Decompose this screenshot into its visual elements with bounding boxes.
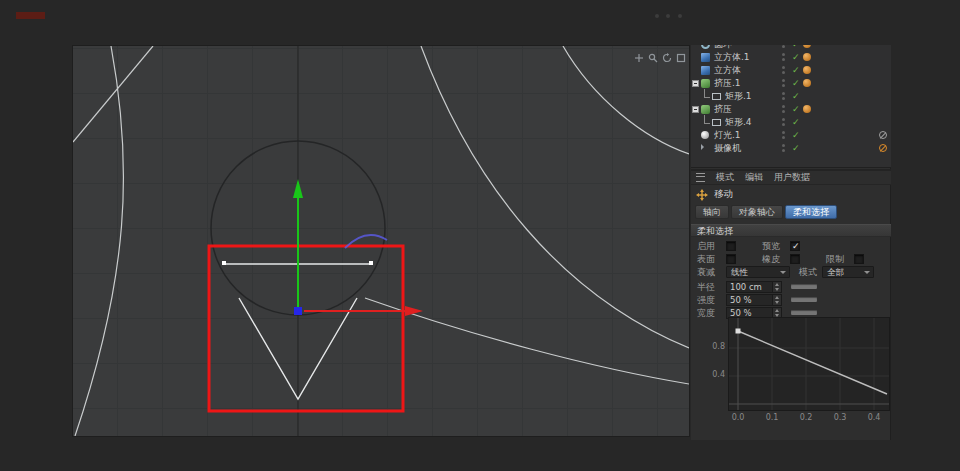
mode-dropdown[interactable]: 全部 xyxy=(822,266,874,278)
visibility-dots[interactable] xyxy=(782,118,785,128)
viewport-canvas xyxy=(73,46,689,436)
falloff-curve[interactable] xyxy=(738,331,887,394)
screen-artifact-bar xyxy=(16,12,45,19)
rotate-icon[interactable] xyxy=(662,48,672,58)
spinner-icon[interactable] xyxy=(772,295,781,305)
extrude-icon xyxy=(701,79,710,88)
check-icon: ✓ xyxy=(792,240,800,252)
viewport-3d[interactable] xyxy=(72,45,690,437)
spline-point[interactable] xyxy=(369,261,373,265)
radius-field[interactable]: 100 cm xyxy=(726,281,782,293)
enable-check-icon[interactable]: ✓ xyxy=(792,90,800,103)
falloff-dropdown[interactable]: 线性 xyxy=(726,266,790,278)
visibility-dots[interactable] xyxy=(782,131,785,141)
tab-soft-selection[interactable]: 柔和选择 xyxy=(785,205,837,219)
y-tick-label: 0.8 xyxy=(709,342,725,351)
object-label[interactable]: 立方体.1 xyxy=(714,51,750,64)
visibility-dots[interactable] xyxy=(782,66,785,76)
object-label[interactable]: 矩形.1 xyxy=(725,90,752,103)
preview-checkbox[interactable]: ✓ xyxy=(790,241,800,251)
param-row: 强度 50 % xyxy=(691,294,891,306)
object-label[interactable]: 立方体 xyxy=(714,64,741,77)
no-render-tag-icon[interactable] xyxy=(879,144,887,152)
rubber-checkbox[interactable] xyxy=(790,254,800,264)
right-panel: 圆环 ✓ 立方体.1 ✓ 立方体 ✓ xyxy=(691,45,891,440)
x-tick-label: 0.3 xyxy=(831,413,849,422)
enable-label: 启用 xyxy=(697,240,715,252)
section-header[interactable]: 柔和选择 xyxy=(691,224,891,237)
enable-check-icon[interactable]: ✓ xyxy=(792,142,800,155)
gizmo-center-point[interactable] xyxy=(294,307,302,315)
object-label[interactable]: 矩形.4 xyxy=(725,116,752,129)
object-row[interactable]: 立方体 ✓ xyxy=(691,64,891,77)
object-manager: 圆环 ✓ 立方体.1 ✓ 立方体 ✓ xyxy=(691,45,891,168)
strip-dot-icon xyxy=(655,14,659,18)
collapse-toggle[interactable] xyxy=(692,80,699,87)
object-label[interactable]: 灯光.1 xyxy=(714,129,741,142)
viewport-controls xyxy=(634,48,686,58)
visibility-dots[interactable] xyxy=(782,53,785,63)
menu-item-mode[interactable]: 模式 xyxy=(716,171,734,184)
object-row[interactable]: 矩形.1 ✓ xyxy=(691,90,891,103)
enable-check-icon[interactable]: ✓ xyxy=(792,116,800,129)
visibility-dots[interactable] xyxy=(782,144,785,154)
tree-elbow xyxy=(704,115,710,124)
curve-point[interactable] xyxy=(736,329,741,334)
param-row: 半径 100 cm xyxy=(691,281,891,293)
tab-object-axis[interactable]: 对象轴心 xyxy=(731,205,783,219)
strength-field[interactable]: 50 % xyxy=(726,294,782,306)
phong-tag-icon[interactable] xyxy=(803,79,811,87)
strip-dot-icon xyxy=(678,14,682,18)
preview-label: 预览 xyxy=(762,240,780,252)
rectangle-spline-icon xyxy=(712,119,721,126)
object-row[interactable]: 灯光.1 ✓ xyxy=(691,129,891,142)
phong-tag-icon[interactable] xyxy=(803,53,811,61)
param-row: 表面 橡皮 限制 xyxy=(691,253,891,265)
object-row[interactable]: 立方体.1 ✓ xyxy=(691,51,891,64)
spinner-icon[interactable] xyxy=(772,282,781,292)
extrude-icon xyxy=(701,105,710,114)
strength-slider[interactable] xyxy=(791,297,817,302)
enable-check-icon[interactable]: ✓ xyxy=(792,51,800,64)
visibility-dots[interactable] xyxy=(782,79,785,89)
menu-item-userdata[interactable]: 用户数据 xyxy=(774,171,810,184)
object-label[interactable]: 挤压.1 xyxy=(714,77,741,90)
maximize-icon[interactable] xyxy=(676,48,686,58)
object-row[interactable]: 摄像机 ✓ xyxy=(691,142,891,155)
object-row[interactable]: 挤压.1 ✓ xyxy=(691,77,891,90)
hamburger-icon[interactable] xyxy=(696,173,705,182)
enable-check-icon[interactable]: ✓ xyxy=(792,129,800,142)
current-tool-row: 移动 xyxy=(691,187,891,202)
enable-check-icon[interactable]: ✓ xyxy=(792,103,800,116)
object-row[interactable]: 挤压 ✓ xyxy=(691,103,891,116)
width-slider[interactable] xyxy=(791,310,817,315)
radius-slider[interactable] xyxy=(791,284,817,289)
menu-item-edit[interactable]: 编辑 xyxy=(745,171,763,184)
pan-icon[interactable] xyxy=(634,48,644,58)
tab-axis[interactable]: 轴向 xyxy=(695,205,729,219)
zoom-icon[interactable] xyxy=(648,48,658,58)
spline-point[interactable] xyxy=(222,261,226,265)
visibility-dots[interactable] xyxy=(782,92,785,102)
object-row[interactable]: 矩形.4 ✓ xyxy=(691,116,891,129)
falloff-curve-graph[interactable] xyxy=(728,317,890,411)
no-render-tag-icon[interactable] xyxy=(879,131,887,139)
width-label: 宽度 xyxy=(697,307,715,319)
attribute-menu-bar: 模式 编辑 用户数据 xyxy=(691,169,891,185)
object-label[interactable]: 摄像机 xyxy=(714,142,741,155)
surface-checkbox[interactable] xyxy=(726,254,736,264)
visibility-dots[interactable] xyxy=(782,45,785,50)
visibility-dots[interactable] xyxy=(782,105,785,115)
restrict-checkbox[interactable] xyxy=(854,254,864,264)
enable-checkbox[interactable] xyxy=(726,241,736,251)
phong-tag-icon[interactable] xyxy=(803,105,811,113)
enable-check-icon[interactable]: ✓ xyxy=(792,64,800,77)
phong-tag-icon[interactable] xyxy=(803,45,811,48)
param-row: 启用 预览 ✓ xyxy=(691,240,891,252)
object-label[interactable]: 挤压 xyxy=(714,103,732,116)
phong-tag-icon[interactable] xyxy=(803,66,811,74)
collapse-toggle[interactable] xyxy=(692,106,699,113)
restrict-label: 限制 xyxy=(826,253,844,265)
enable-check-icon[interactable]: ✓ xyxy=(792,77,800,90)
x-tick-label: 0.2 xyxy=(797,413,815,422)
